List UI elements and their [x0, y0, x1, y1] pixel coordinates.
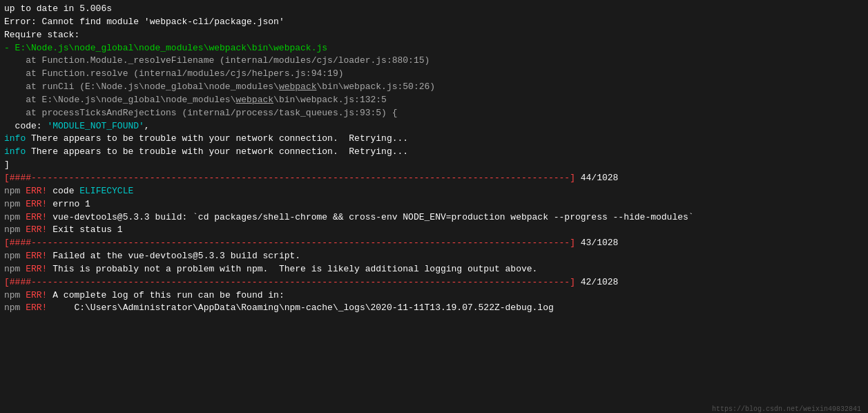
terminal-line: at processTicksAndRejections (internal/p…: [4, 107, 864, 120]
terminal-line: at runCli (E:\Node.js\node_global\node_m…: [4, 81, 864, 94]
terminal-line: up to date in 5.006s: [4, 3, 864, 16]
terminal-line: npm ERR! errno 1: [4, 198, 864, 211]
terminal-line: at E:\Node.js\node_global\node_modules\w…: [4, 94, 864, 107]
terminal-line: at Function.resolve (internal/modules/cj…: [4, 68, 864, 81]
terminal-line: [####-----------------------------------…: [4, 172, 864, 185]
terminal-line: Error: Cannot find module 'webpack-cli/p…: [4, 16, 864, 29]
terminal-line: ]: [4, 159, 864, 172]
terminal-line: code: 'MODULE_NOT_FOUND',: [4, 120, 864, 133]
terminal-line: [####-----------------------------------…: [4, 276, 864, 289]
terminal-line: npm ERR! Failed at the vue-devtools@5.3.…: [4, 250, 864, 263]
watermark: https://blog.csdn.net/weixin49832841: [712, 405, 861, 414]
terminal-line: info There appears to be trouble with yo…: [4, 133, 864, 146]
terminal-line: Require stack:: [4, 29, 864, 42]
terminal-line: info There appears to be trouble with yo…: [4, 146, 864, 159]
terminal-line: - E:\Node.js\node_global\node_modules\we…: [4, 42, 864, 55]
terminal-line: npm ERR! vue-devtools@5.3.3 build: `cd p…: [4, 211, 864, 224]
terminal-line: at Function.Module._resolveFilename (int…: [4, 55, 864, 68]
terminal-line: npm ERR! This is probably not a problem …: [4, 263, 864, 276]
terminal-line: npm ERR! A complete log of this run can …: [4, 289, 864, 302]
terminal-line: npm ERR! C:\Users\Administrator\AppData\…: [4, 302, 864, 315]
terminal-line: npm ERR! Exit status 1: [4, 224, 864, 237]
terminal-line: [####-----------------------------------…: [4, 237, 864, 250]
terminal-output: up to date in 5.006sError: Cannot find m…: [4, 3, 864, 413]
terminal-line: npm ERR! code ELIFECYCLE: [4, 185, 864, 198]
